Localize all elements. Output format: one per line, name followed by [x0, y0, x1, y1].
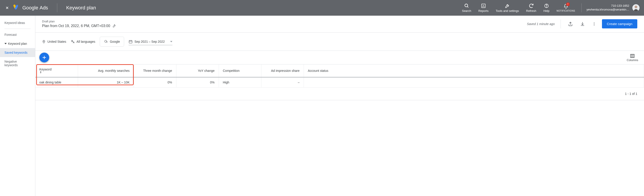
col-avg-searches[interactable]: Avg. monthly searches: [78, 64, 134, 78]
user-email: yevheniia.khromova@serankin…: [586, 8, 629, 12]
cell-impression: –: [261, 77, 304, 88]
col-yoy[interactable]: YoY change: [176, 64, 219, 78]
network-filter[interactable]: Google: [100, 37, 124, 46]
language-filter[interactable]: All languages: [71, 40, 95, 44]
svg-rect-12: [630, 54, 634, 58]
col-keyword[interactable]: Keyword: [35, 64, 78, 78]
header-divider: [57, 3, 57, 12]
nav-negative-keywords[interactable]: Negative keywords: [0, 57, 35, 70]
search-action[interactable]: Search: [458, 3, 475, 13]
nav-forecast[interactable]: Forecast: [0, 30, 35, 39]
svg-point-6: [594, 22, 594, 23]
notifications-action[interactable]: ! NOTIFICATIONS: [553, 3, 579, 12]
cell-yoy: 0%: [176, 77, 219, 88]
caret-down-icon: [4, 43, 7, 44]
ads-logo-icon: [14, 5, 20, 11]
network-icon: [104, 40, 108, 44]
nav-keyword-plan[interactable]: Keyword plan: [0, 39, 35, 48]
pager: 1 - 1 of 1: [35, 88, 644, 100]
cell-avg-searches: 1K – 10K: [78, 77, 134, 88]
svg-point-0: [465, 4, 468, 7]
columns-button[interactable]: Columns: [627, 54, 640, 62]
reports-action[interactable]: Reports: [475, 3, 492, 13]
columns-icon: [630, 54, 635, 58]
chevron-down-icon: [170, 41, 172, 42]
search-icon: [464, 3, 469, 9]
svg-rect-11: [129, 40, 132, 43]
cell-keyword: oak dining table: [35, 77, 78, 88]
brand-name-main: Google: [22, 5, 38, 11]
create-campaign-button[interactable]: Create campaign: [602, 19, 637, 28]
nav-keyword-ideas[interactable]: Keyword ideas: [0, 18, 35, 27]
cell-account-status: [304, 77, 644, 88]
divider: [560, 20, 561, 28]
divider: [35, 100, 644, 100]
col-impression-share[interactable]: Ad impression share: [261, 64, 304, 78]
location-icon: [42, 40, 46, 44]
avatar[interactable]: [632, 4, 640, 12]
wrench-icon: [505, 3, 510, 9]
notification-badge: !: [566, 2, 570, 6]
share-button[interactable]: [567, 20, 574, 28]
svg-point-8: [594, 24, 594, 25]
svg-point-5: [634, 6, 637, 8]
svg-point-3: [546, 7, 546, 7]
download-button[interactable]: [579, 20, 586, 28]
location-filter[interactable]: United States: [42, 40, 66, 44]
table-row[interactable]: oak dining table 1K – 10K 0% 0% High –: [35, 77, 644, 88]
col-three-month[interactable]: Three month change: [134, 64, 176, 78]
plan-name: Plan from Oct 19, 2022, 6 PM, GMT+03:00: [42, 24, 110, 28]
svg-point-7: [594, 24, 594, 24]
keywords-table: Keyword Avg. monthly searches Three mont…: [35, 64, 644, 88]
col-competition[interactable]: Competition: [219, 64, 261, 78]
chart-icon: [481, 3, 486, 9]
user-info[interactable]: 710-133-1652 yevheniia.khromova@serankin…: [584, 4, 632, 12]
brand-name-sub: Ads: [40, 5, 48, 11]
refresh-icon: [529, 3, 534, 9]
date-range-filter[interactable]: Sep 2021 – Sep 2022: [128, 38, 172, 45]
cell-three-month: 0%: [134, 77, 176, 88]
tools-action[interactable]: Tools and settings: [492, 3, 522, 13]
close-button[interactable]: [4, 5, 10, 10]
help-action[interactable]: Help: [540, 3, 553, 13]
edit-name-button[interactable]: [112, 24, 116, 28]
brand-logo: Google Ads: [14, 5, 48, 11]
sort-ascending-icon: [39, 71, 74, 74]
sidebar: Keyword ideas Forecast Keyword plan Save…: [0, 16, 35, 196]
bell-icon: !: [564, 3, 568, 9]
draft-label: Draft plan: [42, 20, 116, 23]
refresh-action[interactable]: Refresh: [522, 3, 540, 13]
saved-status: Saved 1 minute ago: [527, 22, 555, 26]
cell-competition: High: [219, 77, 261, 88]
col-account-status[interactable]: Account status: [304, 64, 644, 78]
nav-saved-keywords[interactable]: Saved keywords: [0, 48, 35, 57]
language-icon: [71, 40, 75, 44]
more-button[interactable]: [591, 20, 598, 27]
page-title: Keyword plan: [66, 5, 96, 11]
add-keyword-button[interactable]: [39, 52, 49, 62]
help-icon: [544, 3, 549, 9]
svg-point-9: [44, 41, 44, 42]
calendar-icon: [128, 40, 132, 44]
account-id: 710-133-1652: [586, 4, 629, 8]
